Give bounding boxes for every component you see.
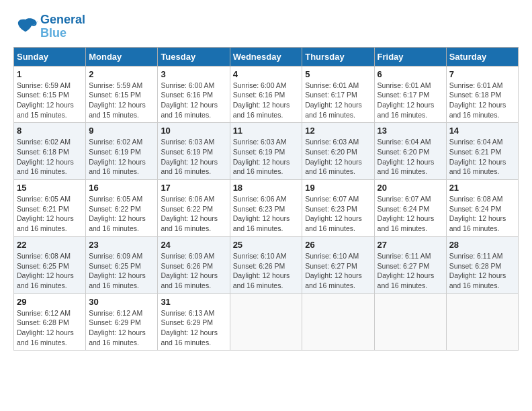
calendar-day-cell: 21 Sunrise: 6:08 AMSunset: 6:24 PMDaylig…: [446, 180, 518, 237]
calendar-day-cell: 30 Sunrise: 6:12 AMSunset: 6:29 PMDaylig…: [86, 293, 158, 351]
day-number: 16: [89, 183, 154, 193]
calendar-week-row: 29 Sunrise: 6:12 AMSunset: 6:28 PMDaylig…: [14, 293, 519, 351]
day-number: 3: [161, 69, 226, 79]
day-number: 15: [17, 183, 83, 193]
day-number: 29: [17, 297, 83, 307]
day-detail: Sunrise: 6:03 AMSunset: 6:19 PMDaylight:…: [161, 137, 226, 177]
calendar-day-cell: 11 Sunrise: 6:03 AMSunset: 6:19 PMDaylig…: [230, 123, 302, 180]
calendar-day-cell: 26 Sunrise: 6:10 AMSunset: 6:27 PMDaylig…: [302, 236, 374, 293]
calendar-day-cell: 2 Sunrise: 5:59 AMSunset: 6:15 PMDayligh…: [86, 66, 158, 123]
day-number: 23: [89, 240, 154, 250]
calendar-day-cell: 29 Sunrise: 6:12 AMSunset: 6:28 PMDaylig…: [14, 293, 86, 351]
day-detail: Sunrise: 6:13 AMSunset: 6:29 PMDaylight:…: [161, 308, 226, 348]
day-detail: Sunrise: 6:01 AMSunset: 6:17 PMDaylight:…: [305, 81, 371, 120]
calendar-table: SundayMondayTuesdayWednesdayThursdayFrid…: [13, 47, 519, 351]
day-detail: Sunrise: 6:03 AMSunset: 6:19 PMDaylight:…: [233, 137, 300, 177]
calendar-day-cell: [302, 293, 374, 351]
day-detail: Sunrise: 6:12 AMSunset: 6:29 PMDaylight:…: [89, 308, 154, 348]
weekday-header: Sunday: [14, 47, 86, 66]
weekday-header: Saturday: [446, 47, 518, 66]
day-detail: Sunrise: 6:03 AMSunset: 6:20 PMDaylight:…: [305, 137, 371, 177]
day-number: 30: [89, 297, 154, 307]
day-detail: Sunrise: 6:01 AMSunset: 6:17 PMDaylight:…: [378, 81, 443, 120]
day-number: 20: [378, 183, 443, 193]
day-number: 19: [305, 183, 371, 193]
logo-icon: [13, 17, 38, 37]
day-detail: Sunrise: 6:00 AMSunset: 6:16 PMDaylight:…: [233, 81, 300, 120]
calendar-week-row: 22 Sunrise: 6:08 AMSunset: 6:25 PMDaylig…: [14, 236, 519, 293]
day-detail: Sunrise: 5:59 AMSunset: 6:15 PMDaylight:…: [89, 81, 154, 120]
day-detail: Sunrise: 6:10 AMSunset: 6:26 PMDaylight:…: [233, 251, 300, 291]
day-number: 10: [161, 126, 226, 136]
calendar-day-cell: 13 Sunrise: 6:04 AMSunset: 6:20 PMDaylig…: [374, 123, 446, 180]
calendar-day-cell: 16 Sunrise: 6:05 AMSunset: 6:22 PMDaylig…: [86, 180, 158, 237]
calendar-day-cell: 10 Sunrise: 6:03 AMSunset: 6:19 PMDaylig…: [158, 123, 230, 180]
day-number: 26: [305, 240, 371, 250]
day-detail: Sunrise: 6:04 AMSunset: 6:20 PMDaylight:…: [378, 137, 443, 177]
calendar-day-cell: 8 Sunrise: 6:02 AMSunset: 6:18 PMDayligh…: [14, 123, 86, 180]
day-detail: Sunrise: 6:09 AMSunset: 6:25 PMDaylight:…: [89, 251, 154, 291]
day-detail: Sunrise: 6:04 AMSunset: 6:21 PMDaylight:…: [449, 137, 515, 177]
logo-text: General Blue: [40, 13, 85, 40]
calendar-day-cell: 17 Sunrise: 6:06 AMSunset: 6:22 PMDaylig…: [158, 180, 230, 237]
day-detail: Sunrise: 6:12 AMSunset: 6:28 PMDaylight:…: [17, 308, 83, 348]
calendar-day-cell: 3 Sunrise: 6:00 AMSunset: 6:16 PMDayligh…: [158, 66, 230, 123]
day-number: 14: [449, 126, 515, 136]
day-detail: Sunrise: 6:11 AMSunset: 6:28 PMDaylight:…: [449, 251, 515, 291]
day-detail: Sunrise: 6:08 AMSunset: 6:24 PMDaylight:…: [449, 194, 515, 234]
day-number: 27: [378, 240, 443, 250]
day-number: 21: [449, 183, 515, 193]
page-header: General Blue: [13, 13, 519, 40]
calendar-day-cell: 4 Sunrise: 6:00 AMSunset: 6:16 PMDayligh…: [230, 66, 302, 123]
day-detail: Sunrise: 6:07 AMSunset: 6:23 PMDaylight:…: [305, 194, 371, 234]
calendar-day-cell: [230, 293, 302, 351]
logo: General Blue: [13, 13, 85, 40]
day-number: 6: [378, 69, 443, 79]
calendar-day-cell: 9 Sunrise: 6:02 AMSunset: 6:19 PMDayligh…: [86, 123, 158, 180]
day-detail: Sunrise: 6:02 AMSunset: 6:19 PMDaylight:…: [89, 137, 154, 177]
calendar-day-cell: 18 Sunrise: 6:06 AMSunset: 6:23 PMDaylig…: [230, 180, 302, 237]
calendar-day-cell: 23 Sunrise: 6:09 AMSunset: 6:25 PMDaylig…: [86, 236, 158, 293]
day-number: 11: [233, 126, 300, 136]
calendar-day-cell: 22 Sunrise: 6:08 AMSunset: 6:25 PMDaylig…: [14, 236, 86, 293]
weekday-header: Friday: [374, 47, 446, 66]
day-detail: Sunrise: 6:09 AMSunset: 6:26 PMDaylight:…: [161, 251, 226, 291]
calendar-day-cell: [446, 293, 518, 351]
day-detail: Sunrise: 6:05 AMSunset: 6:21 PMDaylight:…: [17, 194, 83, 234]
weekday-header: Tuesday: [158, 47, 230, 66]
day-number: 7: [449, 69, 515, 79]
day-detail: Sunrise: 6:06 AMSunset: 6:23 PMDaylight:…: [233, 194, 300, 234]
calendar-day-cell: 25 Sunrise: 6:10 AMSunset: 6:26 PMDaylig…: [230, 236, 302, 293]
calendar-day-cell: 24 Sunrise: 6:09 AMSunset: 6:26 PMDaylig…: [158, 236, 230, 293]
day-detail: Sunrise: 6:07 AMSunset: 6:24 PMDaylight:…: [378, 194, 443, 234]
calendar-day-cell: 7 Sunrise: 6:01 AMSunset: 6:18 PMDayligh…: [446, 66, 518, 123]
day-number: 4: [233, 69, 300, 79]
day-detail: Sunrise: 6:10 AMSunset: 6:27 PMDaylight:…: [305, 251, 371, 291]
day-detail: Sunrise: 6:05 AMSunset: 6:22 PMDaylight:…: [89, 194, 154, 234]
day-number: 1: [17, 69, 83, 79]
day-detail: Sunrise: 6:59 AMSunset: 6:15 PMDaylight:…: [17, 81, 83, 120]
calendar-day-cell: [374, 293, 446, 351]
day-number: 28: [449, 240, 515, 250]
calendar-day-cell: 12 Sunrise: 6:03 AMSunset: 6:20 PMDaylig…: [302, 123, 374, 180]
weekday-header: Monday: [86, 47, 158, 66]
calendar-day-cell: 20 Sunrise: 6:07 AMSunset: 6:24 PMDaylig…: [374, 180, 446, 237]
calendar-day-cell: 27 Sunrise: 6:11 AMSunset: 6:27 PMDaylig…: [374, 236, 446, 293]
calendar-day-cell: 28 Sunrise: 6:11 AMSunset: 6:28 PMDaylig…: [446, 236, 518, 293]
day-number: 25: [233, 240, 300, 250]
calendar-header-row: SundayMondayTuesdayWednesdayThursdayFrid…: [14, 47, 519, 66]
day-number: 17: [161, 183, 226, 193]
calendar-week-row: 8 Sunrise: 6:02 AMSunset: 6:18 PMDayligh…: [14, 123, 519, 180]
day-number: 12: [305, 126, 371, 136]
day-number: 5: [305, 69, 371, 79]
calendar-day-cell: 6 Sunrise: 6:01 AMSunset: 6:17 PMDayligh…: [374, 66, 446, 123]
day-detail: Sunrise: 6:11 AMSunset: 6:27 PMDaylight:…: [378, 251, 443, 291]
day-detail: Sunrise: 6:08 AMSunset: 6:25 PMDaylight:…: [17, 251, 83, 291]
day-number: 9: [89, 126, 154, 136]
day-detail: Sunrise: 6:00 AMSunset: 6:16 PMDaylight:…: [161, 81, 226, 120]
day-detail: Sunrise: 6:06 AMSunset: 6:22 PMDaylight:…: [161, 194, 226, 234]
calendar-day-cell: 5 Sunrise: 6:01 AMSunset: 6:17 PMDayligh…: [302, 66, 374, 123]
calendar-day-cell: 15 Sunrise: 6:05 AMSunset: 6:21 PMDaylig…: [14, 180, 86, 237]
day-number: 24: [161, 240, 226, 250]
weekday-header: Thursday: [302, 47, 374, 66]
